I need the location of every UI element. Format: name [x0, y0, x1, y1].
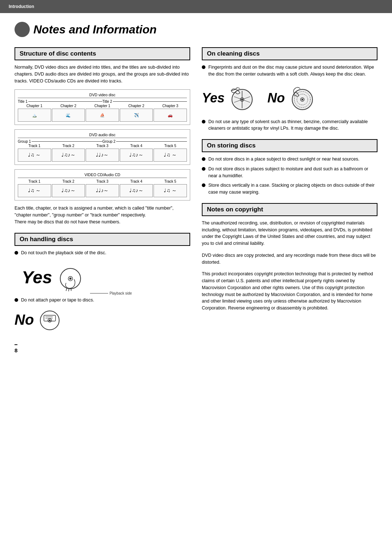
- cleaning-yes-text: Yes: [202, 90, 225, 106]
- no-disc-container: No: [15, 307, 190, 333]
- storing-bullet2: Do not store discs in places subject to …: [202, 166, 377, 179]
- dvd-audio-label: DVD audio disc: [18, 133, 187, 138]
- structure-header: Structure of disc contents: [15, 47, 190, 60]
- cell-2: 🌊: [52, 109, 85, 122]
- no-cleaning-container: No: [268, 84, 317, 113]
- yes-disc-container: Yes: [22, 259, 190, 295]
- handling-bullet2: Do not attach paper or tape to discs.: [15, 297, 190, 304]
- music-cell-2: ♩♫♪～: [52, 149, 85, 162]
- cleaning-bullet2-text: Do not use any type of solvent such as t…: [208, 118, 377, 132]
- dvd-audio-cells: ♩♫ ～ ♩♫♪～ ♩♩♪～ ♩♫♪～ ♩♫ ～: [18, 149, 187, 162]
- cell-5: 🚗: [154, 109, 187, 122]
- no-disc-svg: [37, 307, 63, 333]
- tr5: Track 5: [154, 144, 187, 148]
- title1-arrow: Title 1: [18, 100, 102, 104]
- ch3b-label: Chapter 3: [154, 104, 187, 108]
- structure-section: Structure of disc contents Normally, DVD…: [15, 47, 190, 226]
- copyright-header: Notes on copyright: [202, 203, 377, 216]
- page-title: Notes and Information: [33, 23, 157, 36]
- title2-arrow: Title 2: [102, 100, 187, 104]
- cd-cell-5: ♩♫ ～: [154, 184, 187, 197]
- section-label: Introduction: [9, 4, 34, 9]
- tr4: Track 4: [120, 144, 153, 148]
- video-cd-label: VIDEO CD/Audio CD: [18, 173, 187, 178]
- cd-tr2: Track 2: [52, 179, 85, 183]
- group1-arrow: Group 1: [18, 139, 102, 143]
- svg-point-20: [301, 98, 303, 100]
- cleaning-dot-1: [202, 65, 205, 69]
- handling-bullet1: Do not touch the playback side of the di…: [15, 250, 190, 256]
- dvd-audio-diagram: DVD audio disc Group 1 Group 2 Tra: [15, 129, 190, 165]
- page-title-container: Notes and Information: [15, 22, 377, 37]
- ch1-label: Chapter 1: [18, 104, 51, 108]
- top-bar: Introduction: [0, 0, 392, 13]
- page-number: 8: [15, 336, 377, 353]
- cd-tr1: Track 1: [18, 179, 51, 183]
- dvd-video-label: DVD video disc: [18, 93, 187, 98]
- structure-body: Normally, DVD video discs are divided in…: [15, 64, 190, 84]
- storing-dot-3: [202, 183, 205, 187]
- cleaning-section: On cleaning discs Fingerprints and dust …: [202, 47, 377, 132]
- structure-note: Each title, chapter, or track is assigne…: [15, 205, 190, 225]
- cleaning-no-svg: [288, 84, 317, 113]
- title-arrow-row: Title 1 Title 2: [18, 100, 187, 104]
- cleaning-bullet1-text: Fingerprints and dust on the disc may ca…: [208, 64, 377, 78]
- yes-big-label: Yes: [22, 263, 85, 292]
- two-col-layout: Structure of disc contents Normally, DVD…: [15, 47, 377, 336]
- handling-section: On handling discs Do not touch the playb…: [15, 233, 190, 333]
- storing-dot-2: [202, 167, 205, 171]
- dvd-video-cells: 🏔️ 🌊 ⛵ ✈️ 🚗: [18, 109, 187, 122]
- storing-bullet3-text: Store discs vertically in a case. Stacki…: [208, 182, 377, 196]
- copyright-para1: The unauthorized recording, use, distrib…: [202, 220, 377, 247]
- svg-line-4: [69, 288, 69, 291]
- cd-cell-4: ♩♫♪～: [120, 184, 153, 197]
- cd-tr5: Track 5: [154, 179, 187, 183]
- cd-cells: ♩♫ ～ ♩♫♪～ ♩♩♪～ ♩♫♪～ ♩♫ ～: [18, 184, 187, 197]
- svg-line-3: [66, 288, 67, 291]
- cleaning-no-text: No: [268, 90, 285, 106]
- tr3: Track 3: [86, 144, 119, 148]
- handling-bullet2-text: Do not attach paper or tape to discs.: [21, 297, 94, 304]
- track-labels-row: Track 1 Track 2 Track 3 Track 4 Track 5: [18, 144, 187, 148]
- yes-cleaning-container: Yes: [202, 84, 257, 113]
- yes-text: Yes: [22, 267, 52, 287]
- music-cell-4: ♩♫♪～: [120, 149, 153, 162]
- bullet-dot-1: [15, 251, 18, 255]
- yes-no-cleaning-row: Yes: [202, 84, 377, 113]
- storing-bullet1: Do not store discs in a place subject to…: [202, 156, 377, 163]
- left-column: Structure of disc contents Normally, DVD…: [15, 47, 190, 336]
- music-cell-5: ♩♫ ～: [154, 149, 187, 162]
- right-column: On cleaning discs Fingerprints and dust …: [202, 47, 377, 336]
- cleaning-yes-svg: [228, 84, 257, 113]
- chapter-labels-row: Chapter 1 Chapter 2 Chapter 1 Chapter 2 …: [18, 104, 187, 108]
- page-number-text: 8: [15, 344, 17, 353]
- tr1: Track 1: [18, 144, 51, 148]
- no-text: No: [15, 312, 34, 328]
- video-cd-diagram: VIDEO CD/Audio CD Track 1 Track 2 Track …: [15, 169, 190, 200]
- cleaning-bullet1: Fingerprints and dust on the disc may ca…: [202, 64, 377, 78]
- yes-disc-svg: [56, 263, 85, 292]
- title-circle-icon: [15, 22, 30, 37]
- group-arrow-row: Group 1 Group 2: [18, 139, 187, 143]
- cd-cell-2: ♩♫♪～: [52, 184, 85, 197]
- cleaning-header: On cleaning discs: [202, 47, 377, 60]
- ch1b-label: Chapter 1: [86, 104, 119, 108]
- cleaning-dot-2: [202, 120, 205, 123]
- svg-point-2: [69, 278, 72, 280]
- cleaning-bullet2: Do not use any type of solvent such as t…: [202, 118, 377, 132]
- music-cell-1: ♩♫ ～: [18, 149, 51, 162]
- cell-4: ✈️: [120, 109, 153, 122]
- dvd-video-diagram: DVD video disc Title 1 Title 2: [15, 89, 190, 125]
- copyright-para2: DVD video discs are copy protected, and …: [202, 252, 377, 266]
- ch2b-label: Chapter 2: [120, 104, 153, 108]
- storing-bullet2-text: Do not store discs in places subject to …: [208, 166, 377, 179]
- ch2-label: Chapter 2: [52, 104, 85, 108]
- cd-tr3: Track 3: [86, 179, 119, 183]
- bullet-dot-2: [15, 298, 18, 302]
- storing-bullet3: Store discs vertically in a case. Stacki…: [202, 182, 377, 196]
- cd-track-labels-row: Track 1 Track 2 Track 3 Track 4 Track 5: [18, 179, 187, 183]
- tr2: Track 2: [52, 144, 85, 148]
- playback-side-label: Playback side: [110, 291, 132, 295]
- storing-dot-1: [202, 157, 205, 161]
- handling-header: On handling discs: [15, 233, 190, 246]
